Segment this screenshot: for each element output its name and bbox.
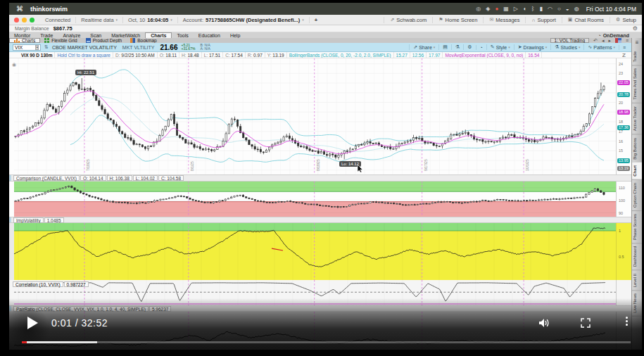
spotlight-icon[interactable]: ○: [557, 6, 561, 12]
wifi-icon[interactable]: ◠: [548, 6, 553, 12]
comparison-study-label[interactable]: Comparison (CANDLE, VVIX): [13, 175, 80, 181]
symbol-dropdown-icon[interactable]: ▾: [35, 45, 39, 50]
titlebar-link-chat-rooms[interactable]: ▣Chat Rooms: [562, 17, 610, 23]
comparison-axis[interactable]: 11010090: [616, 182, 631, 217]
volume-icon[interactable]: [538, 318, 550, 331]
subtab-label: Product Depth: [93, 38, 122, 43]
tab-analyze[interactable]: Analyze: [58, 33, 85, 38]
settings-gear-icon[interactable]: ⚙: [463, 44, 475, 50]
style-button-icon: ✎: [491, 44, 495, 50]
high-marker-bubble: Hi: 22.51: [75, 70, 96, 75]
screen-share-icon[interactable]: ◈: [486, 6, 490, 12]
link-charts-icon[interactable]: ▤: [438, 44, 451, 50]
menu-clock[interactable]: Fri Oct 10 4:04 PM: [586, 6, 636, 13]
comparison-field-c: C: 104.58: [158, 175, 184, 181]
titlebar-link-setup[interactable]: ⚙Setup: [610, 17, 642, 23]
session-datetime[interactable]: Oct, 1016:04:05▾: [123, 17, 178, 23]
main-price-pane[interactable]: 2423201817161522.0520.7818.9817.3613.951…: [9, 58, 631, 174]
tab-help[interactable]: Help: [225, 33, 245, 38]
screen-record-icon[interactable]: ◎: [476, 6, 481, 12]
style-button[interactable]: ✎Style▾: [486, 44, 514, 50]
ondemand-button[interactable]: ◔ OnDemand: [598, 33, 629, 38]
study-ema-label[interactable]: MovAvgExponential (CLOSE, 9, 0, no): [443, 52, 526, 58]
symbol-input[interactable]: VIX▾: [13, 44, 41, 51]
impvol-study-label[interactable]: ImpVolatility: [13, 217, 44, 223]
main-candles-plot[interactable]: [14, 58, 616, 174]
add-workspace-tab-button[interactable]: +: [310, 17, 322, 23]
rail-tab-times-and-sales[interactable]: Times And Sales: [632, 65, 643, 103]
ohlc-readout: D: 9/2/25 10:50 AMO: 18.11H: 18.48L: 17.…: [113, 52, 287, 58]
apple-menu-icon[interactable]: ⌘: [16, 5, 23, 13]
playback-icon[interactable]: ▷: [514, 6, 518, 12]
balance-bar: Margin Balance $867.75 ⚙: [9, 25, 642, 32]
rail-tab-phase-scores[interactable]: Phase Scores: [632, 211, 643, 243]
workspace-selector[interactable]: 1: VOL Trading: [550, 38, 589, 43]
titlebar-link-messages[interactable]: ✉Messages: [483, 17, 525, 23]
comparison-plot[interactable]: [14, 182, 616, 217]
rail-tab-dashboard[interactable]: Dashboard: [632, 243, 643, 270]
comparison-pane[interactable]: 11010090: [9, 182, 631, 217]
menu-bar-status-area: ◎◈●▦▷◖ᛒ▮◠○◒◍ Fri Oct 10 4:04 PM: [476, 6, 636, 13]
close-window-icon[interactable]: [14, 18, 19, 23]
user-switch-icon[interactable]: ◒: [566, 6, 569, 12]
patterns-button[interactable]: ∿Patterns▾: [583, 44, 618, 50]
tab-tools[interactable]: Tools: [172, 33, 193, 38]
drawings-button[interactable]: ➤Drawings▾: [514, 44, 551, 50]
ohlc-key: O:: [160, 53, 166, 58]
chart-menu-icon[interactable]: ≡: [619, 45, 629, 50]
tab-education[interactable]: Education: [194, 33, 225, 38]
impvol-axis[interactable]: 10.5: [616, 223, 631, 280]
titlebar-link-home-screen[interactable]: ⚑Home Screen: [432, 17, 483, 23]
tab-monitor[interactable]: Monitor: [9, 33, 35, 38]
menu-app-name[interactable]: thinkorswim: [30, 6, 68, 13]
rail-tab-big-buttons[interactable]: Big Buttons: [632, 135, 643, 163]
account-selector[interactable]: Account:571758865CHW (Designated Benefi.…: [178, 17, 310, 23]
titlebar-link-support[interactable]: ∩Support: [525, 17, 561, 23]
chart-settings-icon[interactable]: ◉: [12, 62, 16, 68]
minimize-window-icon[interactable]: [22, 18, 27, 23]
impvol-pane[interactable]: 10.5: [9, 223, 631, 280]
menu-icon[interactable]: ≡: [626, 38, 629, 43]
more-options-icon[interactable]: [626, 317, 628, 326]
main-price-axis[interactable]: 2423201817161522.0520.7818.9817.3613.951…: [616, 58, 631, 174]
correlation-study-label[interactable]: Correlation (10, VVIX): [13, 281, 63, 287]
subtab-charts[interactable]: Charts: [9, 38, 40, 43]
rail-tab-chart[interactable]: Chart: [632, 163, 643, 180]
rail-tab-level-ii[interactable]: Level II: [632, 271, 643, 291]
symbol-expander-icon[interactable]: ⇅: [44, 44, 49, 50]
price-bubble: 13.95: [617, 158, 630, 163]
data-mode[interactable]: Realtime data▾: [76, 17, 123, 23]
play-button[interactable]: [27, 317, 38, 329]
date-label: 9/17/25: [424, 159, 428, 171]
share-button[interactable]: ⇗Share▾: [409, 44, 438, 50]
tab-marketwatch[interactable]: MarketWatch: [106, 33, 145, 38]
fullscreen-icon[interactable]: [581, 318, 591, 331]
analyze-icon[interactable]: ⚗: [451, 44, 463, 50]
chart-header: VIX 90 D 130m Hold Ctrl to draw a square…: [9, 52, 631, 58]
rail-tab-trade[interactable]: Trade: [632, 49, 643, 65]
app-badge-icon[interactable]: ●: [495, 6, 498, 12]
video-scrubber[interactable]: [22, 341, 631, 343]
control-center-icon[interactable]: ◍: [574, 6, 579, 12]
titlebar-link-schwab-com[interactable]: ⇗Schwab.com: [384, 17, 432, 23]
history-icon[interactable]: ◔: [476, 45, 486, 50]
tab-trade[interactable]: Trade: [35, 33, 58, 38]
keyboard-icon[interactable]: ▦: [503, 6, 509, 12]
menu-status-icons: ◎◈●▦▷◖ᛒ▮◠○◒◍: [476, 6, 579, 12]
impvol-plot[interactable]: [14, 223, 616, 280]
ohlc-value: 18.48: [187, 53, 198, 58]
studies-button[interactable]: ⚗Studies▾: [550, 44, 583, 50]
bluetooth-icon[interactable]: ᛒ: [531, 6, 535, 12]
rail-menu-icon[interactable]: ≡: [636, 39, 639, 46]
chart-hint: Hold Ctrl to draw a square: [55, 52, 113, 58]
volume-icon[interactable]: ◖: [523, 6, 526, 12]
rail-tab-active-trader[interactable]: Active Trader: [632, 103, 643, 134]
gear-icon[interactable]: ⚙: [633, 25, 638, 32]
comparison-tick: 90: [619, 211, 623, 215]
rail-tab-option-chain[interactable]: Option Chain: [632, 180, 643, 211]
zoom-window-icon[interactable]: [30, 18, 34, 23]
tab-scan[interactable]: Scan: [85, 33, 106, 38]
study-bollinger-label[interactable]: BollingerBands (CLOSE, 0, 20, -2.0, 2.0,…: [287, 52, 394, 58]
pattern-tool-icon[interactable]: Z: [622, 52, 626, 58]
battery-icon[interactable]: ▮: [540, 6, 543, 12]
